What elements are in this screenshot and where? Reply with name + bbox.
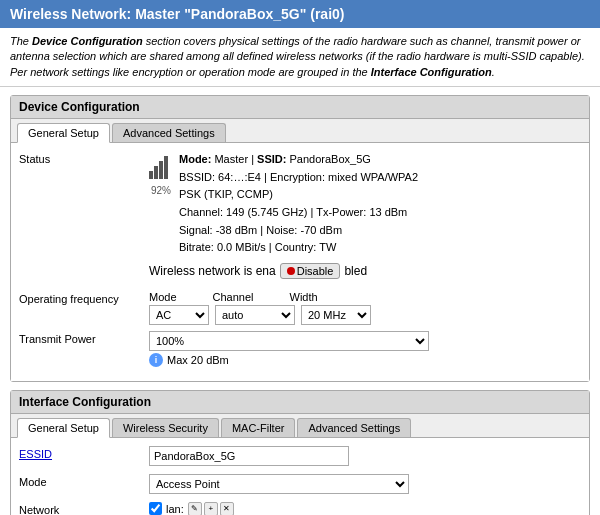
essid-input[interactable] [149, 446, 349, 466]
tab-device-advanced-settings[interactable]: Advanced Settings [112, 123, 226, 142]
lan-checkbox[interactable] [149, 502, 162, 515]
mode-col-label: Mode [149, 291, 177, 303]
lan-label: lan: [166, 503, 184, 515]
tab-device-general-setup[interactable]: General Setup [17, 123, 110, 143]
interface-config-section: Interface Configuration General Setup Wi… [10, 390, 590, 515]
essid-row: ESSID [19, 446, 581, 468]
interface-config-tabs: General Setup Wireless Security MAC-Filt… [11, 414, 589, 438]
mode-ap-select[interactable]: Access Point Client Ad-Hoc Monitor [149, 474, 409, 494]
info-circle-icon: i [149, 353, 163, 367]
essid-label: ESSID [19, 446, 149, 460]
page-header: Wireless Network: Master "PandoraBox_5G"… [0, 0, 600, 28]
transmit-power-row: Transmit Power 100% 75% 50% 25% i Max 20… [19, 331, 581, 367]
tab-iface-mac-filter[interactable]: MAC-Filter [221, 418, 296, 437]
mode-label: Mode [19, 474, 149, 488]
channel-col-label: Channel [213, 291, 254, 303]
net-icons: ✎ + ✕ [188, 502, 234, 515]
list-item: lan: ✎ + ✕ [149, 502, 581, 515]
wireless-enabled-row: Wireless network is ena Disable bled [19, 263, 581, 285]
operating-frequency-label: Operating frequency [19, 291, 149, 305]
status-box: 92% Mode: Master | SSID: PandoraBox_5G B… [149, 151, 581, 257]
essid-value [149, 446, 581, 466]
signal-indicator: 92% [149, 151, 173, 196]
svg-rect-3 [164, 156, 168, 179]
device-config-section: Device Configuration General Setup Advan… [10, 95, 590, 382]
status-dot-icon [287, 267, 295, 275]
svg-rect-1 [154, 166, 158, 179]
width-select[interactable]: 20 MHz 40 MHz 80 MHz [301, 305, 371, 325]
freq-selects: AC N Legacy auto 36 40 44 48 149 20 MHz [149, 305, 581, 325]
transmit-power-label: Transmit Power [19, 331, 149, 345]
edit-icon[interactable]: ✎ [188, 502, 202, 515]
tab-iface-general-setup[interactable]: General Setup [17, 418, 110, 438]
svg-rect-2 [159, 161, 163, 179]
tab-iface-advanced-settings[interactable]: Advanced Settings [297, 418, 411, 437]
mode-value: Access Point Client Ad-Hoc Monitor [149, 474, 581, 494]
page-title: Wireless Network: Master "PandoraBox_5G"… [10, 6, 344, 22]
signal-percentage: 92% [151, 185, 171, 196]
operating-frequency-value: Mode Channel Width AC N Legacy auto 36 4… [149, 291, 581, 325]
status-value: 92% Mode: Master | SSID: PandoraBox_5G B… [149, 151, 581, 257]
wireless-enabled-label-spacer [19, 263, 149, 265]
description-text: The Device Configuration section covers … [0, 28, 600, 87]
transmit-power-value: 100% 75% 50% 25% i Max 20 dBm [149, 331, 581, 367]
device-config-title: Device Configuration [11, 96, 589, 119]
tab-iface-wireless-security[interactable]: Wireless Security [112, 418, 219, 437]
interface-config-body: ESSID Mode Access Point Client Ad-Hoc Mo… [11, 438, 589, 515]
network-list: lan: ✎ + ✕ lan2: ✎ + [149, 502, 581, 515]
max-dbm-info: i Max 20 dBm [149, 353, 581, 367]
device-config-body: Status 92% [11, 143, 589, 381]
disable-button[interactable]: Disable [280, 263, 341, 279]
delete-icon[interactable]: ✕ [220, 502, 234, 515]
freq-labels: Mode Channel Width [149, 291, 581, 303]
network-value: lan: ✎ + ✕ lan2: ✎ + [149, 502, 581, 515]
mode-select[interactable]: AC N Legacy [149, 305, 209, 325]
essid-link[interactable]: ESSID [19, 448, 52, 460]
channel-select[interactable]: auto 36 40 44 48 149 [215, 305, 295, 325]
transmit-controls: 100% 75% 50% 25% i Max 20 dBm [149, 331, 581, 367]
svg-rect-0 [149, 171, 153, 179]
operating-frequency-row: Operating frequency Mode Channel Width A… [19, 291, 581, 325]
mode-row: Mode Access Point Client Ad-Hoc Monitor [19, 474, 581, 496]
network-row: Network lan: ✎ + ✕ [19, 502, 581, 515]
status-details: Mode: Master | SSID: PandoraBox_5G BSSID… [179, 151, 418, 257]
status-label: Status [19, 151, 149, 165]
status-row: Status 92% [19, 151, 581, 257]
wireless-enabled-text: Wireless network is ena Disable bled [149, 263, 581, 279]
width-col-label: Width [290, 291, 318, 303]
device-config-tabs: General Setup Advanced Settings [11, 119, 589, 143]
interface-config-title: Interface Configuration [11, 391, 589, 414]
signal-bars-icon [149, 153, 173, 185]
wireless-enabled-value: Wireless network is ena Disable bled [149, 263, 581, 283]
transmit-power-select[interactable]: 100% 75% 50% 25% [149, 331, 429, 351]
add-icon[interactable]: + [204, 502, 218, 515]
network-label: Network [19, 502, 149, 515]
max-dbm-text: Max 20 dBm [167, 354, 229, 366]
